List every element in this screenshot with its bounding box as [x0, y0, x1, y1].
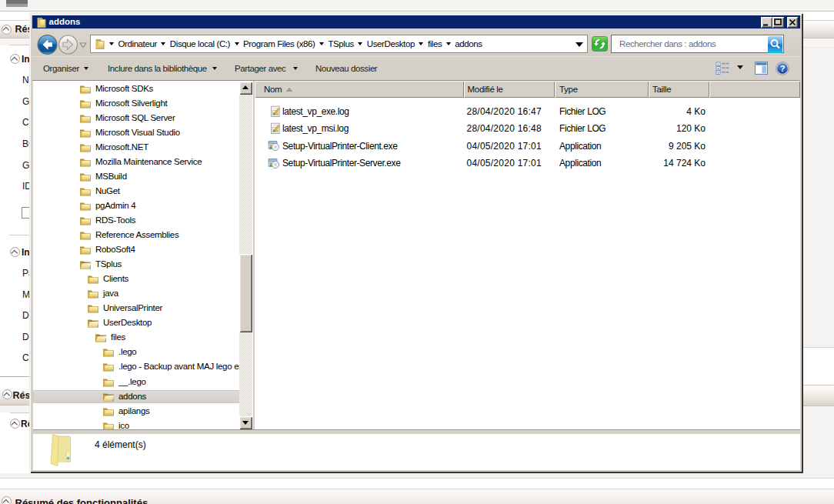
svg-text:?: ?: [780, 64, 786, 73]
